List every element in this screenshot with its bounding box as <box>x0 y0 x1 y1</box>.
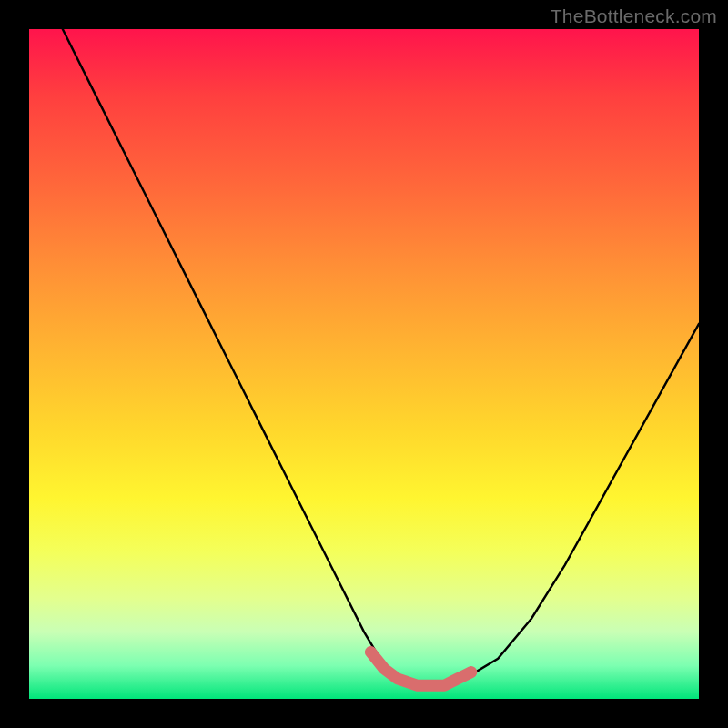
optimal-zone-highlight <box>370 652 470 686</box>
curve-svg <box>29 29 699 699</box>
chart-frame: TheBottleneck.com <box>0 0 728 728</box>
bottleneck-curve <box>63 29 699 685</box>
plot-area <box>29 29 699 699</box>
watermark-text: TheBottleneck.com <box>551 5 717 27</box>
